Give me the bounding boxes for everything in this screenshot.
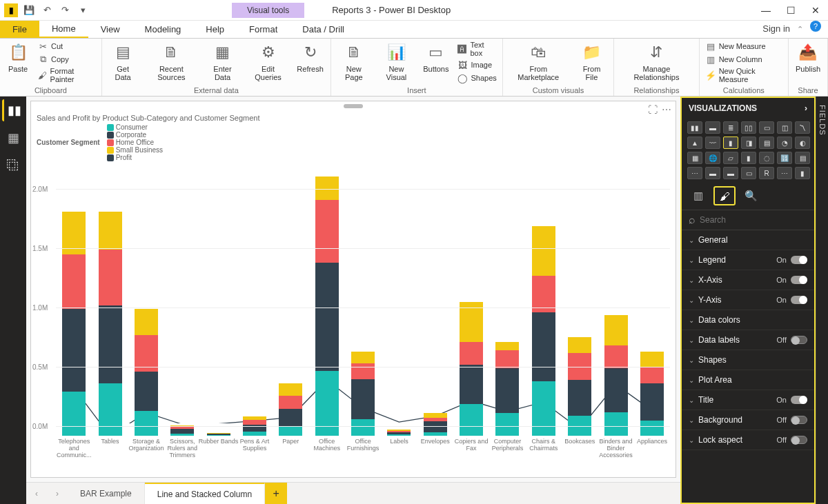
bar-column[interactable]: Computer Peripherals: [489, 165, 525, 436]
model-view-icon[interactable]: ⿻: [2, 154, 24, 177]
format-item-general[interactable]: ⌄General: [682, 230, 814, 250]
toggle-background[interactable]: Off: [777, 416, 807, 424]
shapes-button[interactable]: ◯Shapes: [457, 72, 496, 84]
bar-column[interactable]: Labels: [381, 165, 417, 436]
page-tab-2[interactable]: Line and Stacked Column: [145, 483, 265, 504]
minimize-button[interactable]: —: [753, 0, 778, 21]
format-painter-button[interactable]: 🖌Format Painter: [37, 66, 96, 84]
viz-type-icon[interactable]: 🔢: [777, 152, 792, 164]
format-item-lock-aspect[interactable]: ⌄Lock aspectOff: [682, 430, 814, 450]
toggle-y-axis[interactable]: On: [776, 296, 807, 304]
bar-column[interactable]: Rubber Bands: [200, 165, 236, 436]
tab-next-icon[interactable]: ›: [47, 483, 68, 504]
format-item-legend[interactable]: ⌄LegendOn: [682, 250, 814, 270]
tab-help[interactable]: Help: [193, 21, 237, 38]
viz-type-icon[interactable]: ▤: [759, 137, 774, 149]
bar-column[interactable]: Binders and Binder Accessories: [598, 165, 633, 436]
viz-type-icon[interactable]: ▬: [705, 167, 720, 179]
visual-container[interactable]: ⛶ ⋯ Sales and Profit by Product Sub-Cate…: [30, 101, 676, 478]
tab-data-drill[interactable]: Data / Drill: [290, 21, 357, 38]
viz-type-icon[interactable]: ▬: [705, 121, 720, 134]
viz-type-icon[interactable]: ◌: [759, 152, 774, 164]
viz-type-icon[interactable]: ▦: [687, 152, 702, 164]
viz-type-icon[interactable]: ▱: [723, 152, 738, 164]
format-item-data-colors[interactable]: ⌄Data colors: [682, 310, 814, 330]
tab-format[interactable]: Format: [237, 21, 290, 38]
bar-column[interactable]: Office Machines: [309, 165, 345, 436]
drag-handle-icon[interactable]: [344, 104, 363, 108]
toggle-title[interactable]: On: [776, 396, 807, 404]
buttons-button[interactable]: ▭Buttons: [422, 40, 450, 74]
from-file-button[interactable]: 📁From File: [575, 40, 608, 83]
format-item-shapes[interactable]: ⌄Shapes: [682, 350, 814, 370]
format-item-x-axis[interactable]: ⌄X-AxisOn: [682, 270, 814, 290]
help-icon[interactable]: ?: [810, 21, 821, 32]
bar-column[interactable]: Chairs & Chairmats: [526, 165, 562, 436]
viz-type-icon[interactable]: ▭: [741, 167, 756, 179]
refresh-button[interactable]: ↻Refresh: [295, 40, 325, 74]
new-page-button[interactable]: 🗎New Page: [337, 40, 371, 83]
viz-type-icon[interactable]: ▭: [759, 121, 774, 134]
recent-sources-button[interactable]: 🗎Recent Sources: [145, 40, 197, 83]
viz-type-icon[interactable]: R: [759, 167, 774, 179]
bar-column[interactable]: Appliances: [634, 165, 670, 436]
viz-type-icon[interactable]: ▮▮: [687, 121, 702, 134]
file-tab[interactable]: File: [0, 21, 39, 38]
search-input[interactable]: [700, 215, 807, 225]
viz-type-icon[interactable]: ◔: [777, 137, 792, 149]
paste-button[interactable]: 📋Paste: [6, 40, 30, 74]
new-quick-measure-button[interactable]: ⚡New Quick Measure: [705, 66, 782, 84]
viz-type-icon[interactable]: ◨: [741, 137, 756, 149]
edit-queries-button[interactable]: ⚙Edit Queries: [248, 40, 289, 83]
bar-column[interactable]: Bookcases: [562, 165, 598, 436]
toggle-lock-aspect[interactable]: Off: [777, 436, 807, 444]
viz-type-icon[interactable]: 🌐: [705, 152, 720, 164]
bar-column[interactable]: Envelopes: [417, 165, 453, 436]
cut-button[interactable]: ✂Cut: [37, 40, 96, 52]
new-column-button[interactable]: ▥New Column: [705, 53, 782, 65]
viz-type-icon[interactable]: ◫: [777, 121, 792, 134]
bar-column[interactable]: Pens & Art Supplies: [237, 165, 273, 436]
viz-type-icon[interactable]: ⋯: [687, 167, 702, 179]
from-marketplace-button[interactable]: 🛍From Marketplace: [509, 40, 569, 83]
bar-column[interactable]: Office Furnishings: [345, 165, 381, 436]
analytics-tab-icon[interactable]: 🔍: [740, 186, 762, 205]
format-item-data-labels[interactable]: ⌄Data labelsOff: [682, 330, 814, 350]
page-tab-1[interactable]: BAR Example: [68, 483, 145, 504]
viz-type-icon[interactable]: ▮: [741, 152, 756, 164]
viz-type-icon[interactable]: ▮: [795, 167, 810, 179]
viz-type-icon[interactable]: 〰: [705, 137, 720, 149]
collapse-panel-icon[interactable]: ›: [805, 103, 807, 113]
new-visual-button[interactable]: 📊New Visual: [378, 40, 415, 83]
manage-relationships-button[interactable]: ⇵Manage Relationships: [620, 40, 693, 83]
add-page-button[interactable]: +: [265, 483, 287, 504]
get-data-button[interactable]: ▤Get Data: [108, 40, 138, 83]
viz-type-icon[interactable]: ▲: [687, 137, 702, 149]
toggle-x-axis[interactable]: On: [776, 276, 807, 284]
more-options-icon[interactable]: ⋯: [662, 104, 671, 115]
tab-prev-icon[interactable]: ‹: [26, 483, 47, 504]
bar-column[interactable]: Storage & Organization: [128, 165, 164, 436]
copy-button[interactable]: ⧉Copy: [37, 53, 96, 65]
viz-type-icon[interactable]: ▯▯: [741, 121, 756, 134]
format-item-plot-area[interactable]: ⌄Plot Area: [682, 370, 814, 390]
viz-type-icon[interactable]: ▮: [723, 137, 738, 149]
format-item-y-axis[interactable]: ⌄Y-AxisOn: [682, 290, 814, 310]
tab-modeling[interactable]: Modeling: [132, 21, 194, 38]
viz-type-icon[interactable]: ◐: [795, 137, 810, 149]
maximize-button[interactable]: ☐: [778, 0, 803, 21]
undo-icon[interactable]: ↶: [40, 3, 54, 17]
format-tab-icon[interactable]: 🖌: [713, 186, 736, 205]
viz-type-icon[interactable]: 〽: [795, 121, 810, 134]
format-item-background[interactable]: ⌄BackgroundOff: [682, 410, 814, 430]
viz-type-icon[interactable]: ⋯: [777, 167, 792, 179]
viz-type-icon[interactable]: ≣: [723, 121, 738, 134]
save-icon[interactable]: 💾: [22, 3, 36, 17]
signin-link[interactable]: Sign in: [756, 21, 797, 38]
focus-mode-icon[interactable]: ⛶: [648, 104, 658, 115]
publish-button[interactable]: 📤Publish: [794, 40, 822, 74]
data-view-icon[interactable]: ▦: [2, 127, 24, 149]
close-button[interactable]: ✕: [803, 0, 828, 21]
fields-panel-collapsed[interactable]: FIELDS: [816, 97, 828, 504]
bar-column[interactable]: Paper: [273, 165, 308, 436]
